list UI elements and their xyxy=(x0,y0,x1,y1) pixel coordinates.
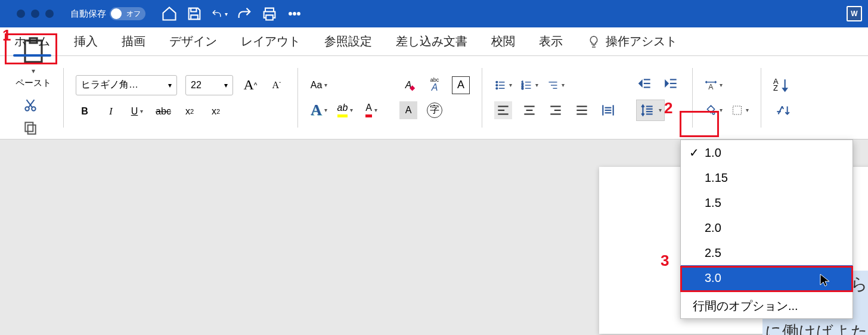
svg-rect-52 xyxy=(733,106,742,114)
group-font-ext: Aa▾ A▾ ab▾ A▾ xyxy=(303,62,388,134)
change-case-button[interactable]: Aa▾ xyxy=(310,76,328,94)
undo-icon[interactable]: ▾ xyxy=(211,5,228,22)
line-spacing-option-1-15[interactable]: 1.15 xyxy=(681,165,852,190)
line-spacing-option-3-0[interactable]: 3.0 xyxy=(681,265,852,290)
align-left-button[interactable] xyxy=(494,101,512,119)
tab-home[interactable]: ホーム xyxy=(13,30,51,53)
align-justify-button[interactable] xyxy=(573,101,591,119)
chevron-down-icon[interactable]: ▾ xyxy=(509,82,512,88)
increase-indent-button[interactable] xyxy=(662,75,680,92)
chevron-down-icon[interactable]: ▾ xyxy=(324,107,327,113)
tab-design[interactable]: デザイン xyxy=(168,30,218,53)
bold-button[interactable]: B xyxy=(76,103,94,120)
tab-insert[interactable]: 挿入 xyxy=(73,30,99,53)
autosave-toggle-group: 自動保存 オフ xyxy=(70,7,145,20)
line-spacing-option-2-5[interactable]: 2.5 xyxy=(681,240,852,265)
underline-button[interactable]: U▾ xyxy=(128,103,146,120)
increase-font-button[interactable]: A^ xyxy=(241,76,259,94)
enclose-characters-button[interactable]: 字 xyxy=(426,101,444,119)
italic-button[interactable]: I xyxy=(102,103,120,120)
window-controls xyxy=(17,10,54,18)
multilevel-list-button[interactable]: ▾ xyxy=(547,76,565,94)
print-icon[interactable] xyxy=(261,5,278,22)
text-effects-button[interactable]: A▾ xyxy=(310,101,328,119)
ribbon-home: ▾ ペースト ヒラギノ角… ▾ 22 ▾ xyxy=(0,56,868,139)
chevron-down-icon: ▾ xyxy=(168,81,172,89)
autosave-toggle[interactable]: オフ xyxy=(110,7,145,20)
svg-text:3: 3 xyxy=(522,86,524,90)
tab-mailings[interactable]: 差し込み文書 xyxy=(395,30,469,53)
font-family-value: ヒラギノ角… xyxy=(81,79,138,91)
paragraph-shading-button[interactable]: ▾ xyxy=(705,101,723,119)
svg-text:A: A xyxy=(708,83,714,91)
bullets-button[interactable]: ▾ xyxy=(494,76,512,94)
group-font: ヒラギノ角… ▾ 22 ▾ A^ Aˇ B I U▾ abc x2 x2 xyxy=(69,62,293,134)
line-spacing-icon xyxy=(640,103,655,118)
document-text-peek-2: に働けばよた xyxy=(762,318,868,335)
character-border-button[interactable]: A xyxy=(452,76,470,94)
character-shading-button[interactable]: A xyxy=(399,101,417,119)
chevron-down-icon[interactable]: ▾ xyxy=(746,107,749,113)
sort-button[interactable]: AZ xyxy=(773,76,791,94)
decrease-font-button[interactable]: Aˇ xyxy=(268,76,286,94)
chevron-down-icon: ▾ xyxy=(659,107,662,113)
font-size-value: 22 xyxy=(191,80,202,91)
close-window-icon[interactable] xyxy=(17,10,25,18)
svg-point-11 xyxy=(496,84,498,86)
tab-layout[interactable]: レイアウト xyxy=(240,30,302,53)
chevron-down-icon[interactable]: ▾ xyxy=(720,82,723,88)
chevron-down-icon[interactable]: ▾ xyxy=(374,107,377,113)
chevron-down-icon[interactable]: ▾ xyxy=(225,11,228,17)
superscript-button[interactable]: x2 xyxy=(207,103,225,120)
copy-button[interactable] xyxy=(21,119,39,137)
borders-button[interactable]: ▾ xyxy=(731,101,749,119)
home-icon[interactable] xyxy=(161,5,178,22)
tab-view[interactable]: 表示 xyxy=(538,30,564,53)
line-spacing-option-1-0[interactable]: 1.0 xyxy=(681,140,852,165)
line-spacing-option-1-5[interactable]: 1.5 xyxy=(681,190,852,215)
character-scaling-button[interactable]: A▾ xyxy=(705,76,723,94)
tab-review[interactable]: 校閲 xyxy=(490,30,516,53)
chevron-down-icon[interactable]: ▾ xyxy=(140,108,143,114)
chevron-down-icon[interactable]: ▾ xyxy=(350,107,353,113)
phonetic-guide-button[interactable]: abc A xyxy=(426,76,444,94)
autosave-off-label: オフ xyxy=(126,9,141,19)
save-icon[interactable] xyxy=(186,5,203,22)
tab-strip: ホーム 挿入 描画 デザイン レイアウト 参照設定 差し込み文書 校閲 表示 操… xyxy=(0,27,868,56)
chevron-down-icon[interactable]: ▾ xyxy=(720,107,723,113)
highlight-button[interactable]: ab▾ xyxy=(336,101,354,119)
group-indent: ▾ xyxy=(629,62,687,134)
cut-button[interactable] xyxy=(21,96,39,114)
svg-point-1 xyxy=(293,13,296,15)
word-app-icon: W xyxy=(847,6,862,21)
line-spacing-option-2-0[interactable]: 2.0 xyxy=(681,215,852,240)
tab-references[interactable]: 参照設定 xyxy=(323,30,373,53)
line-spacing-options-button[interactable]: 行間のオプション... xyxy=(681,293,852,318)
subscript-button[interactable]: x2 xyxy=(181,103,199,120)
chevron-down-icon[interactable]: ▾ xyxy=(324,82,327,88)
zoom-window-icon[interactable] xyxy=(45,10,54,18)
group-paragraph-ext: A▾ ▾ ▾ xyxy=(698,62,756,134)
tab-assist[interactable]: 操作アシスト xyxy=(585,30,678,53)
distribute-button[interactable] xyxy=(599,101,617,119)
chevron-down-icon[interactable]: ▾ xyxy=(535,82,538,88)
line-spacing-button[interactable]: ▾ xyxy=(636,100,665,121)
chevron-down-icon[interactable]: ▾ xyxy=(562,82,565,88)
font-family-select[interactable]: ヒラギノ角… ▾ xyxy=(76,75,177,95)
group-sort: AZ xyxy=(766,62,798,134)
align-right-button[interactable] xyxy=(547,101,565,119)
font-size-select[interactable]: 22 ▾ xyxy=(185,75,233,95)
minimize-window-icon[interactable] xyxy=(31,10,39,18)
font-color-button[interactable]: A▾ xyxy=(362,101,380,119)
redo-icon[interactable] xyxy=(236,5,253,22)
strikethrough-button[interactable]: abc xyxy=(154,103,172,120)
svg-point-2 xyxy=(297,13,300,15)
decrease-indent-button[interactable] xyxy=(636,75,654,92)
tab-draw[interactable]: 描画 xyxy=(120,30,147,53)
clear-formatting-button[interactable]: A◆ xyxy=(399,76,417,94)
numbering-button[interactable]: 123▾ xyxy=(520,76,538,94)
align-center-button[interactable] xyxy=(520,101,538,119)
show-marks-button[interactable] xyxy=(773,101,791,119)
chevron-down-icon: ▾ xyxy=(224,81,228,89)
more-icon[interactable] xyxy=(286,5,303,22)
